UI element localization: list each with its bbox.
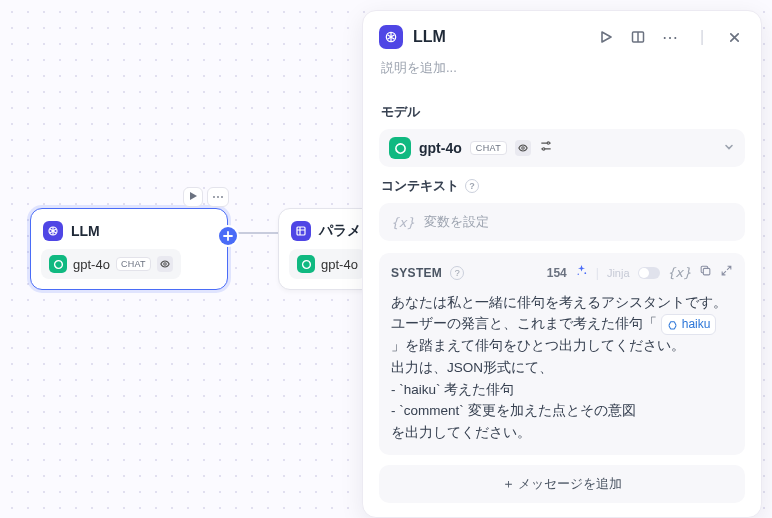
node-detail-panel: LLM ⋯ | 説明を追加... モデル gpt-4o CHAT xyxy=(362,10,762,518)
context-section-label: コンテキスト xyxy=(381,177,459,195)
model-name: gpt-4o xyxy=(419,140,462,156)
system-label: SYSTEM xyxy=(391,264,442,283)
vision-icon xyxy=(515,140,531,156)
model-section-label: モデル xyxy=(381,103,743,121)
copy-icon[interactable] xyxy=(699,264,712,283)
node-chat-badge: CHAT xyxy=(116,257,151,271)
variable-chip-haiku[interactable]: haiku xyxy=(661,314,717,335)
llm-icon xyxy=(43,221,63,241)
openai-icon xyxy=(389,137,411,159)
svg-point-9 xyxy=(577,273,578,274)
system-prompt-text[interactable]: あなたは私と一緒に俳句を考えるアシスタントです。ユーザーの発言と、これまで考えた… xyxy=(391,292,733,444)
node-title: LLM xyxy=(71,223,100,239)
model-settings-icon[interactable] xyxy=(539,139,553,157)
panel-title: LLM xyxy=(413,28,585,46)
svg-point-6 xyxy=(547,142,549,144)
node-model-name: gpt-4o xyxy=(73,257,110,272)
add-message-button[interactable]: ＋ メッセージを追加 xyxy=(379,465,745,503)
svg-point-7 xyxy=(543,148,545,150)
vision-icon xyxy=(157,256,173,272)
more-icon[interactable]: ⋯ xyxy=(659,28,681,47)
svg-rect-10 xyxy=(703,268,710,275)
jinja-toggle[interactable] xyxy=(638,267,660,279)
help-icon[interactable]: ? xyxy=(450,266,464,280)
add-connection-button[interactable] xyxy=(219,227,237,245)
svg-point-1 xyxy=(164,263,167,266)
variable-icon: {x} xyxy=(391,215,414,230)
param-icon xyxy=(291,221,311,241)
openai-icon xyxy=(49,255,67,273)
token-count: 154 xyxy=(547,264,567,283)
node-more-icon[interactable]: ⋯ xyxy=(207,187,229,207)
system-prompt-card: SYSTEM ? 154 | Jinja {x} あなたは私と一緒に俳句を考える… xyxy=(379,253,745,455)
run-node-icon[interactable] xyxy=(183,187,203,207)
openai-icon xyxy=(297,255,315,273)
help-icon[interactable]: ? xyxy=(465,179,479,193)
expand-icon[interactable] xyxy=(720,264,733,283)
generate-icon[interactable] xyxy=(575,264,588,283)
jinja-label: Jinja xyxy=(607,265,630,283)
context-placeholder: 変数を設定 xyxy=(424,213,489,231)
divider: | xyxy=(691,28,713,46)
node-llm[interactable]: ⋯ LLM gpt-4o CHAT xyxy=(30,208,228,290)
chevron-down-icon xyxy=(723,139,735,157)
svg-point-5 xyxy=(522,147,525,150)
svg-rect-2 xyxy=(297,227,305,235)
docs-icon[interactable] xyxy=(627,30,649,44)
node-toolbar: ⋯ xyxy=(183,187,229,207)
node-model-chip: gpt-4o CHAT xyxy=(41,249,181,279)
run-button[interactable] xyxy=(595,30,617,44)
llm-icon xyxy=(379,25,403,49)
node-model-name: gpt-4o xyxy=(321,257,358,272)
node-model-chip: gpt-4o xyxy=(289,249,366,279)
model-selector[interactable]: gpt-4o CHAT xyxy=(379,129,745,167)
insert-variable-icon[interactable]: {x} xyxy=(668,263,691,284)
chat-badge: CHAT xyxy=(470,141,507,155)
svg-point-8 xyxy=(584,272,586,274)
description-input[interactable]: 説明を追加... xyxy=(363,53,761,89)
context-variable-input[interactable]: {x} 変数を設定 xyxy=(379,203,745,241)
close-icon[interactable] xyxy=(723,31,745,44)
